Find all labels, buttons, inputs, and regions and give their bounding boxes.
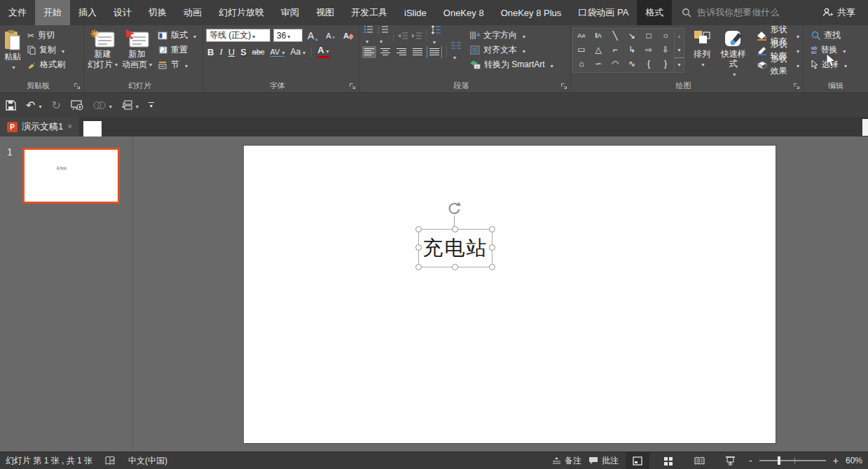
zoom-in-button[interactable]: + <box>833 455 839 466</box>
shape-effects-button[interactable]: 形状效果 <box>755 57 801 72</box>
align-left-button[interactable] <box>362 46 376 58</box>
section-button[interactable]: 节 <box>156 57 198 72</box>
convert-smartart-button[interactable]: 转换为 SmartArt <box>468 57 556 72</box>
shape-rounded-rectangle[interactable]: ▭ <box>577 45 585 55</box>
document-tab[interactable]: P 演示文稿1 × <box>0 117 79 136</box>
replace-button[interactable]: ab ac 替换 <box>809 43 867 57</box>
shape-arc[interactable]: ◠ <box>612 59 619 69</box>
clear-formatting-icon[interactable]: A <box>343 31 354 41</box>
new-slide-button[interactable]: 新建 幻灯片 <box>85 28 120 72</box>
language-indicator[interactable]: 中文(中国) <box>128 455 167 467</box>
shape-arrow[interactable]: ↘ <box>628 31 635 41</box>
shape-vertical-textbox[interactable]: ‖A <box>595 32 602 39</box>
tab-home[interactable]: 开始 <box>35 0 70 25</box>
justify-button[interactable] <box>411 46 425 58</box>
grow-font-button[interactable]: A▲ <box>305 29 321 42</box>
start-slideshow-button[interactable] <box>71 100 83 111</box>
shape-right-brace[interactable]: } <box>664 59 667 69</box>
tab-slideshow[interactable]: 幻灯片放映 <box>210 0 273 25</box>
redo-button[interactable]: ↻ <box>51 99 60 112</box>
slideshow-view-button[interactable] <box>718 452 742 469</box>
shape-gallery-scrollbar[interactable]: ▲ ▼ ▼ <box>674 29 684 72</box>
handle-bottom-right[interactable] <box>489 264 495 270</box>
font-name-combo[interactable]: 等线 (正文) <box>206 29 270 42</box>
font-size-dropdown[interactable] <box>286 31 290 41</box>
underline-button[interactable]: U <box>228 47 235 57</box>
undo-dropdown[interactable] <box>36 99 41 111</box>
shrink-font-button[interactable]: A▼ <box>324 31 338 41</box>
share-button[interactable]: 共享 <box>822 0 868 25</box>
tab-format[interactable]: 格式 <box>637 0 672 25</box>
tab-review[interactable]: 审阅 <box>273 0 308 25</box>
tab-design[interactable]: 设计 <box>105 0 140 25</box>
handle-middle-right[interactable] <box>489 244 495 251</box>
tab-insert[interactable]: 插入 <box>70 0 105 25</box>
find-button[interactable]: 查找 <box>809 28 867 43</box>
font-dialog-launcher[interactable] <box>349 83 356 90</box>
italic-button[interactable]: I <box>219 46 222 57</box>
close-tab-icon[interactable]: × <box>67 122 72 132</box>
format-painter-button[interactable]: 格式刷 <box>25 57 67 72</box>
tab-view[interactable]: 视图 <box>308 0 343 25</box>
tab-developer[interactable]: 开发工具 <box>343 0 396 25</box>
decrease-indent-button[interactable] <box>398 31 408 40</box>
slide-canvas[interactable]: 充电站 <box>243 145 776 444</box>
shape-fill-dropdown[interactable] <box>794 31 799 41</box>
strikethrough-button[interactable]: abc <box>252 48 265 56</box>
copy-button[interactable]: 复制 <box>25 43 67 57</box>
layout-button[interactable]: 版式 <box>156 28 198 43</box>
smartart-dropdown[interactable] <box>549 60 553 70</box>
paste-button[interactable]: 粘贴 <box>1 28 24 74</box>
comments-button[interactable]: 批注 <box>588 455 619 467</box>
select-button[interactable]: 选择 <box>809 57 867 72</box>
tab-onekey8plus[interactable]: OneKey 8 Plus <box>492 0 570 25</box>
merge-shapes-button[interactable] <box>93 99 112 111</box>
shape-right-arrow[interactable]: ⇨ <box>645 45 652 55</box>
shape-elbow-arrow[interactable]: ↳ <box>628 45 635 55</box>
new-document-tab-button[interactable] <box>83 121 102 136</box>
quick-styles-dropdown[interactable] <box>731 69 736 80</box>
tab-pocket-anim[interactable]: 口袋动画 PA <box>570 0 637 25</box>
align-text-button[interactable]: 对齐文本 <box>468 43 556 57</box>
scroll-down-icon[interactable]: ▼ <box>675 43 684 57</box>
arrange-all-dropdown[interactable] <box>134 99 139 111</box>
shape-outline-dropdown[interactable] <box>794 46 799 55</box>
handle-middle-left[interactable] <box>415 244 422 251</box>
new-anim-dropdown[interactable] <box>147 59 152 70</box>
zoom-slider[interactable] <box>759 460 826 461</box>
vertical-scrollbar-thumb[interactable] <box>862 119 868 136</box>
spellcheck-icon[interactable] <box>105 456 116 465</box>
shape-rectangle[interactable]: □ <box>646 31 651 41</box>
textbox-text[interactable]: 充电站 <box>423 234 488 262</box>
columns-button[interactable] <box>451 41 461 62</box>
save-button[interactable] <box>6 100 16 111</box>
align-center-button[interactable] <box>378 46 392 58</box>
normal-view-button[interactable] <box>626 452 649 469</box>
rotate-handle[interactable] <box>447 201 462 216</box>
select-dropdown[interactable] <box>842 60 847 70</box>
notes-button[interactable]: 备注 <box>552 455 581 467</box>
shape-scribble[interactable]: ∽ <box>595 59 602 69</box>
zoom-out-button[interactable]: - <box>749 455 752 466</box>
shape-curve[interactable]: ∿ <box>628 59 635 69</box>
text-direction-dropdown[interactable] <box>521 31 525 41</box>
cut-button[interactable]: ✂ 剪切 <box>25 28 67 43</box>
layout-dropdown[interactable] <box>191 31 196 41</box>
handle-top-right[interactable] <box>489 226 495 232</box>
paste-dropdown[interactable] <box>10 62 15 73</box>
merge-shapes-dropdown[interactable] <box>107 99 112 111</box>
tab-file[interactable]: 文件 <box>0 0 35 25</box>
new-slide-dropdown[interactable] <box>113 59 118 70</box>
shape-textbox[interactable]: A≡ <box>577 32 585 39</box>
new-anim-page-button[interactable]: 新加 动画页 <box>120 28 154 72</box>
increase-indent-button[interactable] <box>412 31 422 40</box>
tab-animations[interactable]: 动画 <box>175 0 210 25</box>
replace-dropdown[interactable] <box>841 46 846 55</box>
handle-bottom-left[interactable] <box>415 264 422 270</box>
text-shadow-button[interactable]: S <box>240 47 247 57</box>
align-right-button[interactable] <box>394 46 408 58</box>
align-text-dropdown[interactable] <box>521 46 525 55</box>
selected-textbox[interactable]: 充电站 <box>418 229 492 267</box>
shape-triangle[interactable]: △ <box>595 45 601 55</box>
customize-qat-button[interactable]: ▾ <box>149 102 154 108</box>
